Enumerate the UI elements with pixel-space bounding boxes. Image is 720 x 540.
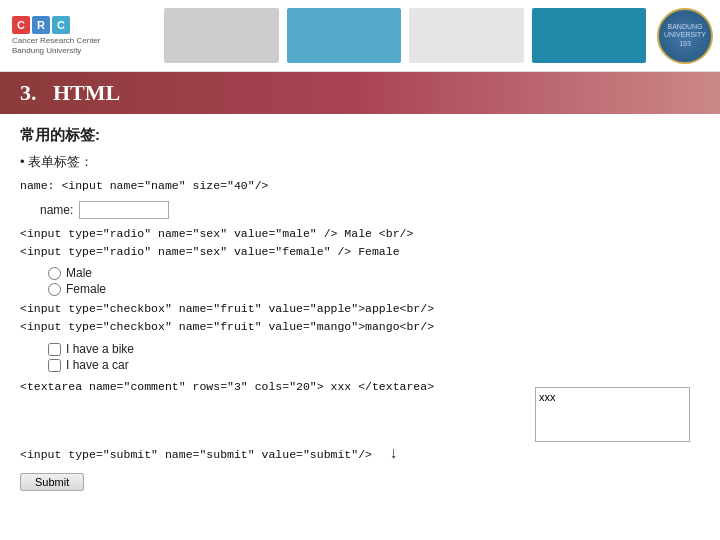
radio-group: Male Female [48,266,700,296]
section-title: 常用的标签: [20,126,700,145]
radio-male[interactable] [48,267,61,280]
crc-r-letter: R [32,16,50,34]
radio-male-label: Male [66,266,92,280]
checkbox-car[interactable] [48,359,61,372]
submit-area: Submit [20,473,700,491]
comment-textarea[interactable]: xxx [535,387,690,442]
checkbox-bike-label: I have a bike [66,342,134,356]
header-left: C R C Cancer Research Center Bandung Uni… [0,0,160,71]
crc-subtitle: Cancer Research Center Bandung Universit… [12,36,100,55]
submit-button[interactable]: Submit [20,473,84,491]
radio-female-label: Female [66,282,106,296]
crc-c-letter: C [12,16,30,34]
header: C R C Cancer Research Center Bandung Uni… [0,0,720,72]
name-form-demo: name: [40,201,700,219]
checkbox-group: I have a bike I have a car [48,342,700,372]
checkbox-car-label: I have a car [66,358,129,372]
name-input-code: name: <input name="name" size="40"/> [20,177,700,195]
color-block-4 [532,8,647,63]
title-bar: 3. HTML [0,72,720,114]
color-block-2 [287,8,402,63]
name-input[interactable] [79,201,169,219]
header-color-blocks [160,0,650,71]
color-block-1 [164,8,279,63]
textarea-section: <textarea name="comment" rows="3" cols="… [20,378,700,442]
radio-code: <input type="radio" name="sex" value="ma… [20,225,700,261]
circle-logo: BANDUNG UNIVERSITY 193 [657,8,713,64]
crc-c2-letter: C [52,16,70,34]
header-logo-right: BANDUNG UNIVERSITY 193 [650,0,720,71]
checkbox-code: <input type="checkbox" name="fruit" valu… [20,300,700,336]
radio-female[interactable] [48,283,61,296]
arrow-indicator: ↓ [389,442,399,467]
circle-logo-text: BANDUNG UNIVERSITY 193 [659,23,711,48]
content-area: 常用的标签: • 表单标签： name: <input name="name" … [0,114,720,503]
submit-code: <input type="submit" name="submit" value… [20,442,700,467]
checkbox-bike[interactable] [48,343,61,356]
title-number: 3. [20,80,37,105]
crc-logo: C R C Cancer Research Center Bandung Uni… [12,16,100,55]
bullet-title: • 表单标签： [20,153,700,171]
name-label: name: [40,203,73,217]
color-block-3 [409,8,524,63]
page-title: HTML [53,80,120,105]
